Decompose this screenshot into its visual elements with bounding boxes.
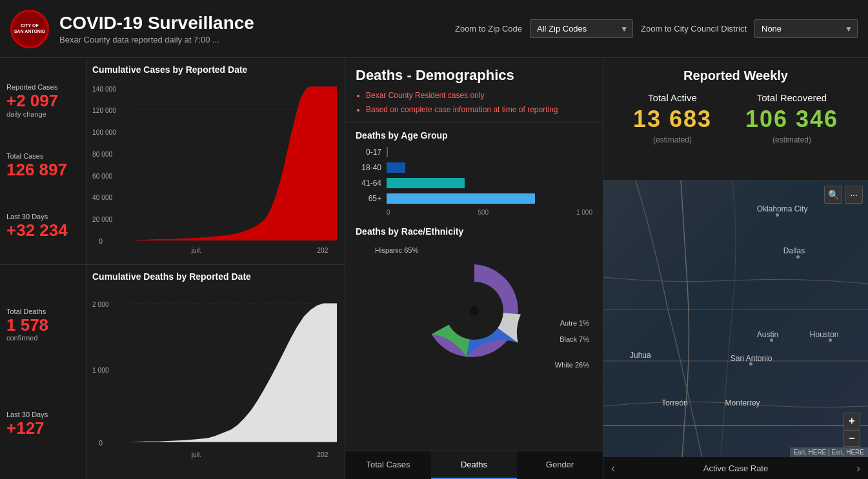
header-controls: Zoom to Zip Code All Zip Codes ▼ Zoom to… (455, 19, 858, 38)
donut-container: Hispanic 65% White 26% Black 7% Autre 1% (356, 243, 592, 378)
tab-deaths[interactable]: Deaths (431, 451, 517, 479)
donut-label-hispanic: Hispanic 65% (375, 246, 418, 254)
age-bar-0-17 (387, 147, 388, 157)
total-active-note: (estimated) (633, 135, 712, 144)
city-label-torreon: Torreón (661, 398, 688, 407)
age-bar-18-40 (387, 162, 405, 173)
app-header: CITY OFSAN ANTONIO COVID-19 Surveillance… (0, 0, 868, 58)
svg-text:80 000: 80 000 (92, 151, 113, 158)
donut-section: Deaths by Race/Ethnicity (356, 226, 592, 378)
reported-cases-value: +2 097 (6, 92, 80, 110)
tab-gender[interactable]: Gender (517, 451, 603, 479)
total-cases-value: 126 897 (6, 161, 80, 179)
age-axis-0: 0 (387, 209, 390, 216)
deaths-chart-svg: 2 000 1 000 0 juil. 202 (92, 287, 337, 475)
demo-bullet-2: Based on complete case information at ti… (366, 103, 592, 117)
zip-dropdown[interactable]: All Zip Codes (530, 19, 633, 38)
daily-change-label: daily change (6, 110, 80, 118)
middle-panel: Deaths - Demographics Bexar County Resid… (345, 58, 603, 479)
total-deaths-block: Total Deaths 1 578 confirmed (6, 307, 80, 342)
age-label-18-40: 18-40 (356, 163, 381, 172)
map-search-button[interactable]: 🔍 (824, 186, 842, 204)
map-zoom-in-button[interactable]: + (843, 413, 860, 429)
header-title-block: COVID-19 Surveillance Bexar County data … (59, 13, 445, 44)
svg-text:120 000: 120 000 (92, 107, 116, 114)
zip-dropdown-wrapper[interactable]: All Zip Codes ▼ (530, 19, 633, 38)
city-label-juhua: Juhua (630, 351, 651, 360)
map-toolbar: 🔍 ··· (824, 186, 863, 204)
race-title: Deaths by Race/Ethnicity (356, 226, 592, 237)
age-row-41-64: 41-64 (356, 178, 592, 188)
total-deaths-label: Total Deaths (6, 307, 80, 316)
age-axis: 0 500 1 000 (387, 209, 592, 216)
map-zoom-controls: + − (843, 413, 860, 447)
last30-deaths-value: +127 (6, 419, 80, 438)
demo-title: Deaths - Demographics (356, 67, 592, 84)
map-next-button[interactable]: › (856, 462, 860, 475)
svg-text:100 000: 100 000 (92, 129, 116, 136)
zip-label: Zoom to Zip Code (455, 24, 522, 34)
confirmed-label: confirmed (6, 334, 80, 342)
age-label-65plus: 65+ (356, 194, 381, 203)
last30-deaths-block: Last 30 Days +127 (6, 410, 80, 438)
cases-chart-title: Cumulative Cases by Reported Date (92, 64, 337, 75)
svg-text:2 000: 2 000 (92, 301, 109, 308)
donut-label-other: Autre 1% (560, 319, 589, 327)
left-panel: Reported Cases +2 097 daily change Total… (0, 58, 345, 479)
svg-text:1 000: 1 000 (92, 367, 109, 374)
deaths-sidebar: Total Deaths 1 578 confirmed Last 30 Day… (0, 265, 87, 479)
donut-label-white: White 26% (555, 361, 589, 369)
svg-text:140 000: 140 000 (92, 86, 116, 93)
map-zoom-out-button[interactable]: − (843, 430, 860, 447)
district-label: Zoom to City Council District (641, 24, 747, 34)
demo-bullets: Bexar County Resident cases only Based o… (356, 89, 592, 117)
city-label-houston: Houston (810, 330, 839, 339)
map-dot-houston (829, 338, 832, 342)
svg-text:0: 0 (99, 238, 103, 245)
age-bar-container-18-40 (387, 162, 592, 173)
svg-text:20 000: 20 000 (92, 216, 113, 223)
age-title: Deaths by Age Group (356, 130, 592, 141)
map-background: Oklahoma City Dallas Austin Houston San … (603, 181, 868, 479)
age-row-0-17: 0-17 (356, 147, 592, 157)
deaths-chart-area: Cumulative Deaths by Reported Date 2 000… (87, 265, 345, 479)
district-dropdown-wrapper[interactable]: None ▼ (754, 19, 858, 38)
city-label-sanantonio: San Antonio (731, 354, 772, 363)
total-cases-label: Total Cases (6, 152, 80, 161)
deaths-section: Total Deaths 1 578 confirmed Last 30 Day… (0, 264, 345, 479)
age-label-0-17: 0-17 (356, 148, 381, 157)
main-content: Reported Cases +2 097 daily change Total… (0, 58, 868, 479)
last30-deaths-label: Last 30 Days (6, 410, 80, 419)
total-recovered-label: Total Recovered (745, 92, 838, 103)
age-row-65plus: 65+ (356, 193, 592, 204)
demo-header: Deaths - Demographics Bexar County Resid… (345, 58, 603, 122)
last30-cases-label: Last 30 Days (6, 212, 80, 221)
last30-cases-value: +32 234 (6, 221, 80, 240)
city-label-dallas: Dallas (783, 246, 805, 255)
district-dropdown[interactable]: None (754, 19, 858, 38)
app-subtitle: Bexar County data reported daily at 7:00… (59, 35, 445, 44)
map-area[interactable]: Oklahoma City Dallas Austin Houston San … (603, 181, 868, 479)
age-row-18-40: 18-40 (356, 162, 592, 173)
city-logo: CITY OFSAN ANTONIO (10, 10, 49, 48)
tab-total-cases[interactable]: Total Cases (345, 451, 431, 479)
age-chart: Deaths by Age Group 0-17 18-40 41-64 (356, 130, 592, 216)
age-bar-container-41-64 (387, 178, 592, 188)
weekly-header: Reported Weekly Total Active 13 683 (est… (603, 58, 868, 181)
city-label-monterrey: Monterrey (725, 398, 760, 407)
map-menu-button[interactable]: ··· (845, 186, 863, 204)
map-footer-label: Active Case Rate (615, 464, 856, 473)
svg-text:juil.: juil. (191, 451, 201, 458)
svg-text:juil.: juil. (191, 247, 201, 254)
total-active-value: 13 683 (633, 106, 712, 133)
reported-cases-block: Reported Cases +2 097 daily change (6, 83, 80, 118)
age-label-41-64: 41-64 (356, 179, 381, 188)
city-label-oklahoma: Oklahoma City (757, 204, 808, 213)
deaths-chart-title: Cumulative Deaths by Reported Date (92, 271, 337, 282)
total-active-block: Total Active 13 683 (estimated) (633, 92, 712, 144)
age-bar-65plus (387, 193, 535, 204)
svg-text:0: 0 (99, 440, 103, 447)
cases-sidebar: Reported Cases +2 097 daily change Total… (0, 58, 87, 264)
svg-text:202: 202 (317, 451, 328, 458)
map-dot-oklahoma (776, 213, 779, 217)
